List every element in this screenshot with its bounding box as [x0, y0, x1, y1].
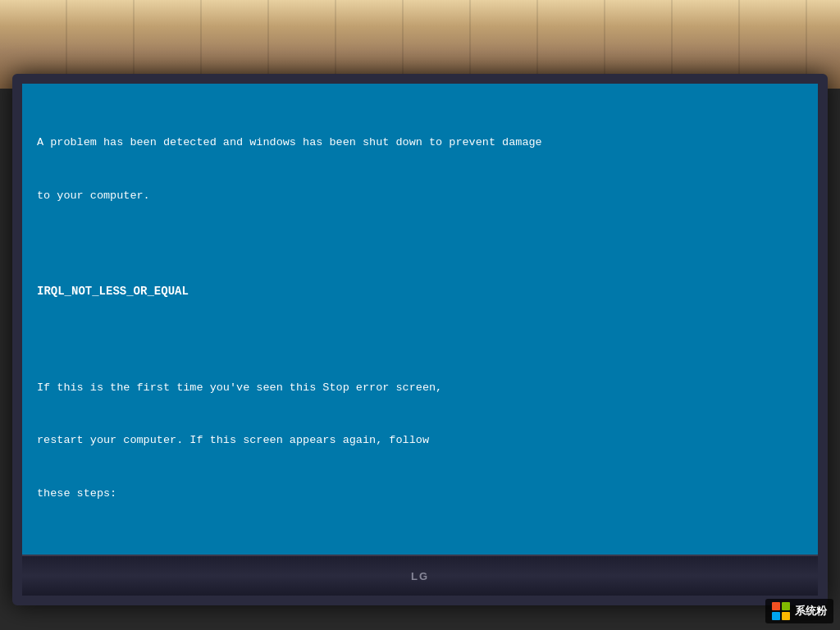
win-logo-yellow	[782, 612, 790, 620]
bsod-content: A problem has been detected and windows …	[37, 100, 803, 555]
win-logo-blue	[772, 612, 780, 620]
monitor-frame: A problem has been detected and windows …	[12, 74, 828, 605]
bsod-error-code: IRQL_NOT_LESS_OR_EQUAL	[37, 283, 803, 301]
bsod-section1-line2: restart your computer. If this screen ap…	[37, 432, 803, 450]
win-logo-red	[772, 602, 780, 610]
monitor-bezel-bottom: LG	[22, 555, 818, 596]
windows-logo-icon	[772, 602, 790, 620]
bsod-section1-line3: these steps:	[37, 486, 803, 503]
bsod-section1-line1: If this is the first time you've seen th…	[37, 380, 803, 397]
bsod-line-2: to your computer.	[37, 188, 803, 205]
watermark-site-name: 系统粉	[795, 604, 827, 619]
watermark: 系统粉	[765, 599, 833, 623]
bsod-screen: A problem has been detected and windows …	[22, 84, 818, 555]
win-logo-green	[782, 602, 790, 610]
bsod-line-1: A problem has been detected and windows …	[37, 135, 803, 152]
monitor-brand-label: LG	[411, 570, 429, 582]
